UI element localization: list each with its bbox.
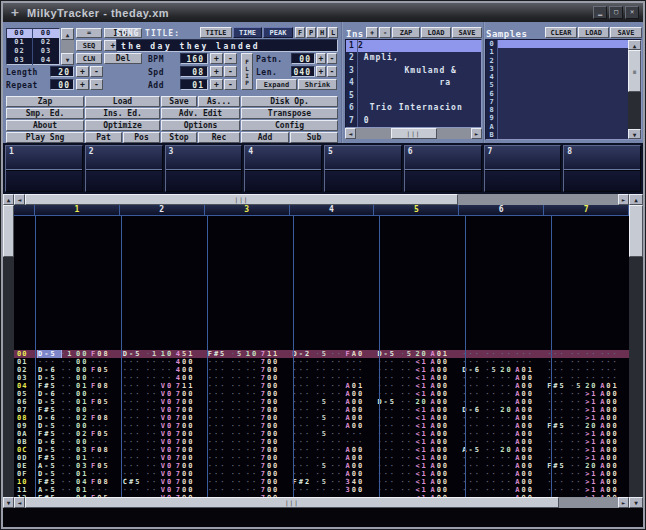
window-menu-icon[interactable]: + [3,5,27,20]
pattern-cell[interactable]: ·······A00 [459,398,544,406]
pattern-cell[interactable]: A-5··01··· [35,486,120,494]
effect-field[interactable]: A00 [600,446,624,454]
pattern-cell[interactable]: ·····>1A00 [544,446,629,454]
channel-scope-4[interactable]: 4 [244,145,322,192]
effect-field[interactable]: ··· [91,406,115,414]
spd-minus-button[interactable]: - [224,66,237,77]
volume-field[interactable]: 02 [76,414,91,422]
effect-field[interactable]: A00 [600,390,624,398]
instrument-field[interactable]: ·· [316,406,331,414]
pattern-cell[interactable]: ·········· [290,438,375,446]
pattern-channel-header-4[interactable]: 4 [290,205,375,215]
effect-field[interactable]: 700 [261,406,285,414]
note-field[interactable]: ··· [377,446,400,454]
cln-button[interactable]: CLN [76,53,102,64]
volume-field[interactable]: <1 [415,446,430,454]
instrument-field[interactable]: ·· [61,438,76,446]
patlen-plus-button[interactable]: + [316,66,326,77]
note-field[interactable]: F#2 [293,478,316,486]
note-field[interactable]: ··· [293,462,316,470]
note-field[interactable]: ··· [208,382,231,390]
note-field[interactable]: ··· [293,358,316,366]
pattern-cell[interactable]: F#5··20A00 [544,462,629,470]
instrument-field[interactable]: ·· [316,374,331,382]
pattern-cell[interactable]: ·····>1A00 [544,478,629,486]
pattern-body[interactable]: 00D-5·100F08D-5·110451F#5·510711D-2·5··F… [14,216,629,497]
instrument-field[interactable]: ·· [146,446,161,454]
pattern-row[interactable]: 0BD-6··00········V0700·······700········… [14,438,629,446]
volume-field[interactable]: ·· [585,358,600,366]
pattern-cell[interactable]: ·····V0700 [120,390,205,398]
instrument-field[interactable]: ·· [316,470,331,478]
effect-field[interactable]: A00 [515,462,539,470]
note-field[interactable]: ··· [377,358,400,366]
instrument-field[interactable]: ·· [400,470,415,478]
pattern-cell[interactable]: F#5··02F05 [35,430,120,438]
scroll-up-icon[interactable]: ▲ [3,194,14,205]
instrument-field[interactable]: ·· [231,438,246,446]
instrument-field[interactable]: ·· [231,374,246,382]
pattern-cell[interactable]: ·····V0700 [120,462,205,470]
effect-field[interactable]: 711 [261,350,285,358]
effect-field[interactable]: 700 [176,414,200,422]
expand-button[interactable]: Expand [256,79,297,90]
volume-field[interactable]: ·· [246,430,261,438]
effect-field[interactable]: ··· [91,422,115,430]
instrument-row[interactable]: 7 0 [346,115,481,127]
pattern-channel-header-5[interactable]: 5 [374,205,459,215]
pattern-cell[interactable]: ·····<1A00 [374,478,459,486]
note-field[interactable]: ··· [377,382,400,390]
pattern-cell[interactable]: ·········· [544,350,629,358]
volume-field[interactable]: 00 [76,422,91,430]
instrument-field[interactable]: ·· [570,366,585,374]
volume-field[interactable]: 01 [76,382,91,390]
order-list-row[interactable]: 0304 [7,56,59,65]
effect-field[interactable]: ··· [91,390,115,398]
volume-field[interactable]: V0 [161,390,176,398]
note-field[interactable]: F#5 [38,382,61,390]
pattern-cell[interactable]: ·······A00 [459,422,544,430]
volume-field[interactable]: >1 [585,454,600,462]
note-field[interactable]: ··· [208,398,231,406]
seq-equals-button[interactable]: = [76,28,102,38]
pattern-cell[interactable]: F#5··00··· [35,406,120,414]
instrument-field[interactable]: ·· [570,454,585,462]
instrument-list[interactable]: 122 Ampli,3 Kmuland &4 ra56 Trio Interna… [345,39,482,128]
pattern-cell[interactable]: ·······A00 [290,446,375,454]
effect-field[interactable]: A00 [430,406,454,414]
note-field[interactable]: ··· [208,470,231,478]
note-field[interactable]: ··· [123,462,146,470]
pattern-cell[interactable]: ·····V0700 [120,398,205,406]
pattern-channel-header-3[interactable]: 3 [205,205,290,215]
note-field[interactable]: ··· [377,454,400,462]
effect-field[interactable]: 700 [176,486,200,494]
menu-button-as[interactable]: As... [198,96,240,107]
volume-field[interactable]: ·· [331,470,346,478]
sample-selected-row[interactable] [498,40,641,48]
instrument-field[interactable]: ·· [570,422,585,430]
instrument-field[interactable]: ·· [146,430,161,438]
effect-field[interactable]: A00 [430,430,454,438]
channel-scope-7[interactable]: 7 [484,145,562,192]
instrument-field[interactable]: ·· [231,454,246,462]
volume-field[interactable]: 20 [500,406,515,414]
menu-button-rec[interactable]: Rec [198,132,240,143]
pattern-cell[interactable]: ····5····· [290,430,375,438]
pattern-cell[interactable]: ·········· [459,358,544,366]
pattern-cell[interactable]: ·····<1A00 [374,422,459,430]
instrument-field[interactable]: ·· [570,446,585,454]
instrument-field[interactable]: ·1 [61,350,76,358]
pattern-cell[interactable]: D-5··00··· [35,374,120,382]
instrument-field[interactable]: ·· [400,486,415,494]
instrument-field[interactable]: ·· [570,414,585,422]
menu-button-save[interactable]: Save [161,96,197,107]
note-field[interactable]: ··· [208,414,231,422]
volume-field[interactable]: <1 [415,486,430,494]
pattern-row[interactable]: 00D-5·100F08D-5·110451F#5·510711D-2·5··F… [14,350,629,358]
note-field[interactable]: ··· [208,462,231,470]
pattern-cell[interactable]: D-5·520A01 [374,350,459,358]
volume-field[interactable]: >1 [585,478,600,486]
instrument-field[interactable]: ·· [570,430,585,438]
volume-field[interactable]: ·· [331,398,346,406]
effect-field[interactable]: A00 [346,398,370,406]
